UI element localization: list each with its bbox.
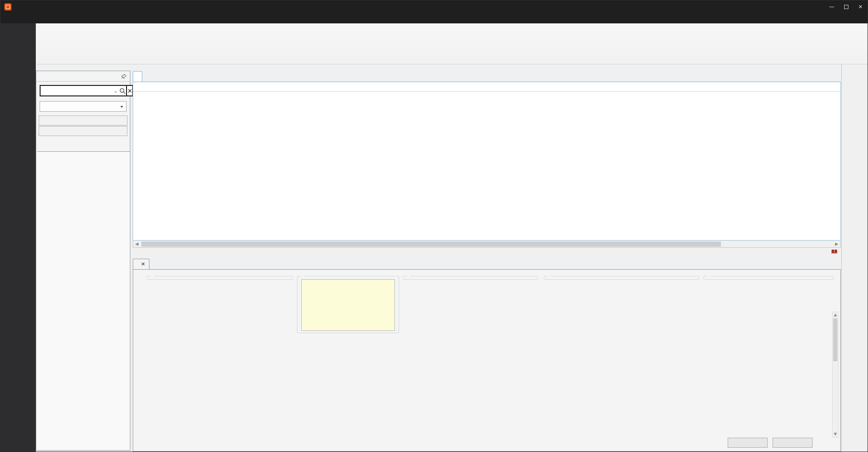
maximize-button[interactable] <box>839 1 853 12</box>
properties-scrollbar[interactable]: ▲ ▼ <box>832 312 838 438</box>
scroll-right-icon[interactable]: ▶ <box>833 242 840 246</box>
main-area: ◀ ▶ ✕ <box>133 71 841 452</box>
properties-tabbar: ✕ <box>133 258 841 269</box>
module-sidebar <box>0 23 36 452</box>
titlebar: ✕ <box>0 0 868 13</box>
save-button[interactable] <box>773 438 813 448</box>
log-book-icon[interactable] <box>831 249 838 256</box>
cancel-button[interactable] <box>728 438 768 448</box>
scroll-up-icon[interactable]: ▲ <box>834 312 836 318</box>
quick-filter-validation-electricite[interactable] <box>39 116 127 126</box>
search-scope-caret-icon[interactable]: ⌄ <box>112 88 119 94</box>
table-header <box>133 82 840 92</box>
note-textarea[interactable] <box>301 279 395 331</box>
section-note <box>297 276 399 333</box>
tab-proprietes[interactable]: ✕ <box>133 259 149 269</box>
properties-panel: ▲ ▼ <box>133 269 841 452</box>
section-nom-et-numeros <box>147 276 293 280</box>
scrollbar-thumb[interactable] <box>833 318 837 361</box>
department-tree <box>36 152 130 450</box>
close-button[interactable]: ✕ <box>853 1 868 12</box>
minimize-button[interactable] <box>825 1 839 12</box>
drofus-window: ✕ ⌄ <box>0 0 868 452</box>
menubar <box>0 13 868 23</box>
table-horizontal-scrollbar[interactable]: ◀ ▶ <box>133 241 841 248</box>
add-filters-button[interactable] <box>40 101 127 112</box>
drofus-logo-icon <box>4 3 11 11</box>
navigation-panel: ⌄ ✕ <box>36 71 130 451</box>
section-surfaces <box>703 276 834 280</box>
ribbon <box>36 23 868 64</box>
quick-filter-revision-equipements[interactable] <box>39 126 127 136</box>
section-statut <box>544 276 699 280</box>
scrollbar-thumb[interactable] <box>141 242 721 247</box>
scroll-left-icon[interactable]: ◀ <box>133 242 140 246</box>
tab-pieces-01s[interactable] <box>133 71 142 82</box>
close-properties-icon[interactable]: ✕ <box>141 261 145 267</box>
search-icon[interactable] <box>119 87 126 95</box>
section-groupes <box>403 276 538 280</box>
search-box[interactable]: ⌄ <box>40 85 127 96</box>
add-filters-caret-icon <box>120 106 123 108</box>
navigation-tabs <box>37 140 130 152</box>
rooms-table <box>133 82 841 241</box>
scroll-down-icon[interactable]: ▼ <box>834 431 836 437</box>
search-input[interactable] <box>41 86 112 95</box>
pin-icon[interactable] <box>121 74 127 79</box>
document-tabbar <box>133 71 841 82</box>
right-panel-strip <box>841 64 868 452</box>
table-statusbar <box>133 248 841 257</box>
